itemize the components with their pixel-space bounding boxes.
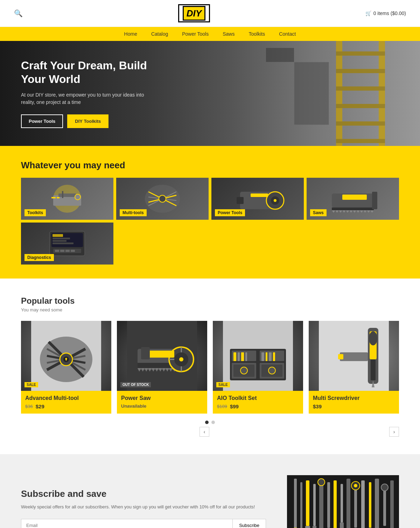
svg-rect-42 [71, 250, 75, 252]
category-label-multitools: Multi-tools [120, 209, 147, 216]
nav-toolkits[interactable]: Toolkits [248, 31, 265, 37]
svg-rect-100 [319, 479, 323, 528]
search-icon[interactable]: 🔍 [14, 9, 23, 17]
svg-rect-117 [375, 479, 379, 528]
product-card-screwdriver[interactable]: Multi Screwdriver $39 [309, 321, 399, 414]
price-sale-screwdriver: $39 [313, 403, 322, 409]
category-item-saws[interactable]: Saws [307, 178, 399, 220]
product-name-toolkit: AIO Toolkit Set [217, 395, 299, 401]
subscribe-image [287, 475, 399, 528]
email-input[interactable] [21, 519, 233, 528]
price-sale-toolkit: $99 [230, 403, 239, 409]
svg-rect-108 [346, 479, 350, 528]
ladder-decoration [329, 41, 392, 146]
svg-rect-40 [60, 250, 64, 252]
carousel-dot-2[interactable] [211, 421, 215, 424]
hero-subtitle: At our DIY store, we empower you to turn… [21, 91, 147, 106]
svg-rect-14 [62, 191, 63, 198]
cart[interactable]: 🛒 0 items ($0.00) [365, 10, 406, 16]
product-card-multitool[interactable]: SALE Advanced Multi-tool $36 $29 [21, 321, 111, 414]
screwdriver-svg [309, 321, 399, 391]
svg-rect-26 [251, 193, 268, 197]
svg-rect-4 [336, 86, 385, 91]
category-item-toolkits[interactable]: Toolkits [21, 178, 113, 220]
cart-label: 0 items ($0.00) [373, 10, 406, 16]
hero-section: Craft Your Dream, Build Your World At ou… [0, 41, 420, 146]
carousel-next[interactable]: › [389, 427, 399, 437]
svg-point-88 [369, 331, 377, 345]
subscribe-button[interactable]: Subscribe [233, 519, 266, 528]
product-badge-multitool: SALE [24, 382, 38, 387]
logo[interactable]: DIY [178, 4, 210, 22]
svg-rect-104 [334, 480, 337, 528]
svg-rect-98 [313, 484, 316, 526]
nav-power-tools[interactable]: Power Tools [182, 31, 209, 37]
svg-rect-3 [336, 69, 385, 73]
svg-rect-5 [336, 104, 385, 108]
product-info-powersaw: Power Saw Unavailable [117, 391, 207, 413]
svg-rect-92 [294, 479, 297, 528]
svg-rect-10 [58, 193, 76, 197]
header: 🔍 DIY 🛒 0 items ($0.00) [0, 0, 420, 27]
svg-rect-99 [313, 526, 316, 528]
svg-point-25 [274, 199, 276, 202]
category-item-power-tools[interactable]: Power Tools [211, 178, 304, 220]
hero-btn-diy-toolkits[interactable]: DIY Toolkits [67, 114, 108, 128]
svg-rect-107 [340, 522, 344, 528]
svg-rect-11 [51, 197, 56, 198]
svg-rect-35 [52, 238, 70, 239]
nav-contact[interactable]: Contact [279, 31, 296, 37]
carousel-dot-1[interactable] [205, 421, 209, 424]
categories-empty-space [116, 223, 399, 265]
categories-row2: Diagnostics [21, 223, 399, 265]
svg-rect-97 [305, 526, 310, 528]
logo-text: DIY [187, 8, 202, 19]
price-sale-multitool: $29 [36, 403, 44, 409]
svg-rect-75 [261, 352, 264, 361]
category-item-diagnostics[interactable]: Diagnostics [21, 223, 113, 265]
svg-rect-36 [52, 240, 66, 242]
category-label-saws: Saws [310, 209, 327, 216]
product-name-powersaw: Power Saw [121, 395, 203, 401]
svg-rect-86 [371, 359, 376, 380]
svg-rect-96 [306, 480, 309, 526]
svg-rect-78 [273, 352, 275, 361]
carousel-prev[interactable]: ‹ [200, 427, 209, 437]
hero-btn-power-tools[interactable]: Power Tools [21, 114, 63, 128]
multitool-svg [21, 321, 111, 391]
svg-rect-72 [238, 352, 240, 361]
product-info-toolkit: AIO Toolkit Set $109 $99 [213, 391, 303, 414]
svg-rect-113 [361, 480, 365, 528]
svg-point-82 [268, 367, 275, 374]
svg-rect-64 [141, 347, 150, 359]
popular-heading: Popular tools [21, 296, 399, 306]
svg-rect-41 [65, 250, 70, 252]
svg-rect-1 [379, 41, 385, 146]
nav-saws[interactable]: Saws [223, 31, 234, 37]
product-card-toolkit[interactable]: SALE AIO Toolkit Set $109 $99 [213, 321, 303, 414]
product-name-multitool: Advanced Multi-tool [25, 395, 107, 401]
subscribe-left: Subscribe and save Weekly special offers… [21, 488, 266, 528]
svg-rect-7 [336, 139, 385, 143]
product-image-powersaw: OUT OF STOCK [117, 321, 207, 391]
category-item-multitools[interactable]: Multi-tools [116, 178, 209, 220]
carousel-controls [21, 421, 399, 424]
svg-rect-39 [55, 250, 59, 252]
product-price-toolkit: $109 $99 [217, 403, 299, 409]
categories-grid: Toolkits Multi-tools P [21, 178, 399, 220]
product-card-powersaw[interactable]: OUT OF STOCK Power Saw Unavailable [117, 321, 207, 414]
product-image-toolkit: SALE [213, 321, 303, 391]
nav-home[interactable]: Home [124, 31, 137, 37]
product-price-powersaw: Unavailable [121, 403, 203, 409]
svg-rect-30 [372, 192, 377, 209]
svg-rect-6 [336, 121, 385, 126]
svg-rect-94 [300, 482, 302, 528]
hero-buttons: Power Tools DIY Toolkits [21, 114, 147, 128]
product-info-multitool: Advanced Multi-tool $36 $29 [21, 391, 111, 414]
category-label-toolkits: Toolkits [24, 209, 46, 216]
nav-catalog[interactable]: Catalog [151, 31, 168, 37]
subscribe-text: Weekly special offers for all our subscr… [21, 504, 266, 511]
product-badge-toolkit: SALE [216, 382, 230, 387]
svg-rect-37 [52, 242, 74, 244]
svg-point-20 [159, 195, 166, 202]
